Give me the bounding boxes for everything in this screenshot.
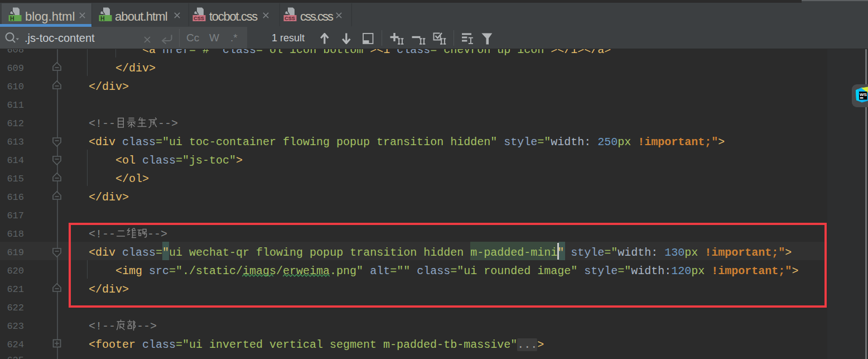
svg-text:H: H (100, 15, 105, 22)
svg-text:CSS: CSS (284, 16, 295, 21)
svg-text:CSS: CSS (194, 16, 204, 21)
svg-text:WS: WS (860, 92, 867, 97)
svg-text:H: H (10, 15, 15, 22)
